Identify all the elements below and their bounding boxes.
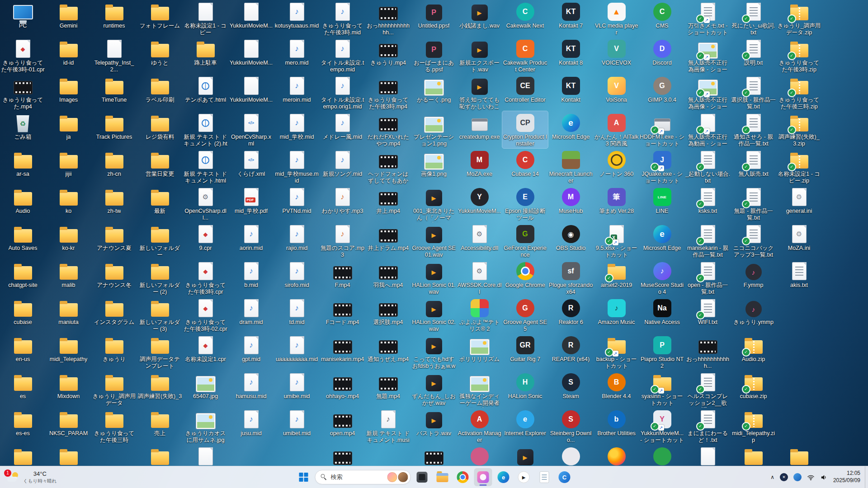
desktop-icon[interactable]: runtimes — [91, 0, 137, 37]
desktop-icon[interactable]: 羽我へ.mp4 — [365, 259, 411, 296]
desktop-icon[interactable]: Audio — [0, 185, 46, 222]
desktop-icon[interactable]: 名称未設定1.cpr — [183, 333, 228, 371]
desktop-icon[interactable]: GGroove Agent SE 5 — [502, 296, 548, 333]
volume-button[interactable] — [817, 468, 830, 486]
desktop-icon[interactable]: MoZA.ini — [776, 222, 822, 259]
desktop-icon[interactable]: タイトル未設定.tempo.mid — [320, 37, 365, 74]
desktop-icon[interactable]: ずんだもん_しおかぜ.wav — [411, 371, 457, 408]
desktop-icon[interactable] — [137, 445, 183, 466]
search-box[interactable]: 検索 — [315, 470, 411, 484]
desktop-icon[interactable]: KTKontakt 8 — [548, 37, 594, 74]
desktop-icon[interactable]: OpenCvSharp.xml — [228, 111, 274, 148]
desktop-icon[interactable]: タイトル未設定.tempo.orig1.mid — [320, 74, 365, 111]
desktop-icon[interactable]: きゅうり — [91, 333, 137, 371]
desktop-icon[interactable]: きゅうり.mp4 — [365, 37, 411, 74]
desktop-icon[interactable]: Microsoft Edge — [639, 222, 685, 259]
desktop-icon[interactable]: 新規エクスポート.wav — [457, 37, 502, 74]
taskbar-blue-app[interactable] — [556, 468, 574, 486]
desktop-icon[interactable]: sirofo.mid — [274, 259, 320, 296]
desktop-icon[interactable]: わかりやす.mp3 — [320, 185, 365, 222]
desktop-icon[interactable]: 名称未設定1 - コピー — [183, 0, 228, 37]
desktop-icon[interactable]: テンポあて.html — [183, 74, 228, 111]
desktop-icon[interactable]: ごみ箱 — [0, 111, 46, 148]
desktop-icon[interactable]: きゅうり.ymmp — [731, 296, 776, 333]
desktop-icon[interactable]: 新しいフォルダー — [137, 222, 183, 259]
desktop-icon[interactable]: ✓死にたい_ω歌詞.txt — [731, 0, 776, 37]
desktop-icon[interactable]: 調声用データテンプレート — [137, 333, 183, 371]
desktop-icon[interactable]: きゅうり食ってた午後3時-02.cpr — [183, 296, 228, 333]
desktop-icon[interactable]: AWSSDK.Core.dll — [457, 259, 502, 296]
desktop-icon[interactable]: きゅうり食ってた午後3時.mid — [320, 0, 365, 37]
desktop-icon[interactable]: rajio.mid — [274, 222, 320, 259]
desktop-icon[interactable]: ヘッドフォンはずしててもあかつ.mp4 — [365, 148, 411, 185]
taskbar-chrome[interactable] — [454, 468, 472, 486]
desktop-icon[interactable]: ja — [46, 111, 91, 148]
desktop-icon[interactable]: es-es — [0, 408, 46, 445]
network-button[interactable] — [804, 468, 817, 486]
desktop-icon[interactable]: Fコード.mp4 — [320, 296, 365, 333]
desktop-icon[interactable]: ✓↗syasinn - ショートカット — [639, 371, 685, 408]
desktop-icon[interactable]: ✓ヘルスコンプレッション2__歌詞.txt — [685, 371, 731, 408]
desktop-icon[interactable]: meroin.mid — [274, 74, 320, 111]
desktop-icon[interactable]: ✓名称未設定1 - コピー.zip — [776, 148, 822, 185]
desktop-icon[interactable]: VLC media player — [594, 0, 639, 37]
desktop-icon[interactable]: MMuseHub — [548, 185, 594, 222]
desktop-icon[interactable]: akis.txt — [776, 259, 822, 296]
desktop-icon[interactable]: Gemini — [46, 0, 91, 37]
desktop-icon[interactable]: J✓↗JQuake.exe - ショートカット — [639, 148, 685, 185]
desktop-icon[interactable]: en-us — [0, 333, 46, 371]
desktop-icon[interactable]: HALion Sonic 01.wav — [411, 259, 457, 296]
desktop-icon[interactable]: ✓cubase.zip — [731, 371, 776, 408]
desktop-icon[interactable]: ぷよぷよ™テトリス® 2 — [457, 296, 502, 333]
desktop-icon[interactable]: ar-sa — [0, 148, 46, 185]
desktop-icon[interactable]: CCakewalk Next — [502, 0, 548, 37]
desktop-icon[interactable]: GGIMP 3.0.4 — [639, 74, 685, 111]
desktop-icon[interactable]: createdump.exe — [457, 111, 502, 148]
desktop-icon[interactable]: かるーく.png — [411, 74, 457, 111]
desktop-icon[interactable]: きゅうりカオスに用サムネ.jpg — [183, 408, 228, 445]
weather-widget[interactable]: 1 34°C くもり時々晴れ — [3, 468, 61, 486]
taskbar-edge[interactable] — [495, 468, 513, 486]
desktop-icon[interactable]: くらげ.xml — [228, 148, 274, 185]
desktop-icon[interactable]: PVTNd.mid — [274, 185, 320, 222]
desktop-icon[interactable]: general.ini — [776, 185, 822, 222]
desktop-icon[interactable]: bBrother Utilities — [594, 408, 639, 445]
desktop-icon[interactable]: Telepathy_Inst_2... — [91, 37, 137, 74]
desktop-icon[interactable] — [320, 445, 365, 466]
desktop-icon[interactable]: 001_東北きりたん（「ノーマル」_今じゃ... — [411, 185, 457, 222]
desktop-icon[interactable]: VVOICEVOX — [594, 37, 639, 74]
desktop-icon[interactable]: ✓↗9.5.xlsx - ショートカット — [594, 222, 639, 259]
desktop-icon[interactable]: YukkuriMovieM... — [228, 37, 274, 74]
desktop-icon[interactable]: きゅうり_調声用データ — [91, 371, 137, 408]
desktop-icon[interactable]: CEController Editor — [502, 74, 548, 111]
desktop-icon[interactable]: DDiscord — [639, 37, 685, 74]
desktop-icon[interactable] — [457, 445, 502, 466]
taskbar-ymm[interactable] — [474, 468, 492, 486]
desktop-icon[interactable] — [594, 445, 639, 466]
desktop-icon[interactable]: umibet.mid — [274, 408, 320, 445]
desktop-icon[interactable]: 9.cpr — [183, 222, 228, 259]
desktop-icon[interactable]: ✓通知させろ - 親作品一覧.txt — [731, 111, 776, 148]
desktop-icon[interactable]: ✓ksks.txt — [685, 185, 731, 222]
desktop-icon[interactable]: 調声練習(失敗)_3 — [137, 371, 183, 408]
desktop-icon[interactable]: Minecraft Launcher — [548, 148, 594, 185]
desktop-icon[interactable]: sfPlogue sforzando x64 — [548, 259, 594, 296]
desktop-icon[interactable]: KTKontakt 7 — [548, 0, 594, 37]
desktop-icon[interactable]: 営業日変更 — [137, 148, 183, 185]
desktop-icon[interactable]: NaNative Access — [639, 296, 685, 333]
desktop-icon[interactable]: hamusu.mid — [228, 371, 274, 408]
desktop-icon[interactable]: mid_学校.mid — [274, 111, 320, 148]
desktop-icon[interactable]: 小銭諸まし.wav — [457, 0, 502, 37]
desktop-icon[interactable]: RREAPER (x64) — [548, 333, 594, 371]
desktop-icon[interactable]: ✓無人販売.txt — [731, 148, 776, 185]
desktop-icon[interactable]: ♪MuseScore Studio 4 — [639, 259, 685, 296]
desktop-icon[interactable]: きゅうり食ってた午後三時 — [91, 408, 137, 445]
desktop-icon[interactable]: 答え知ってても恥ずかしいわこれ.wav — [457, 74, 502, 111]
desktop-icon[interactable]: EEpson 接続診断ツール — [502, 185, 548, 222]
desktop-icon[interactable]: Accessibility.dll — [457, 222, 502, 259]
desktop-icon[interactable]: HALion Sonic 02.wav — [411, 296, 457, 333]
desktop-icon[interactable]: 路上駐車 — [183, 37, 228, 74]
desktop-icon[interactable]: Groove Agent SE 01.wav — [411, 222, 457, 259]
desktop-icon[interactable]: ✓ニコニコバックアップ3一覧.txt — [731, 222, 776, 259]
tray-chevron-button[interactable]: ∧ — [768, 468, 777, 486]
